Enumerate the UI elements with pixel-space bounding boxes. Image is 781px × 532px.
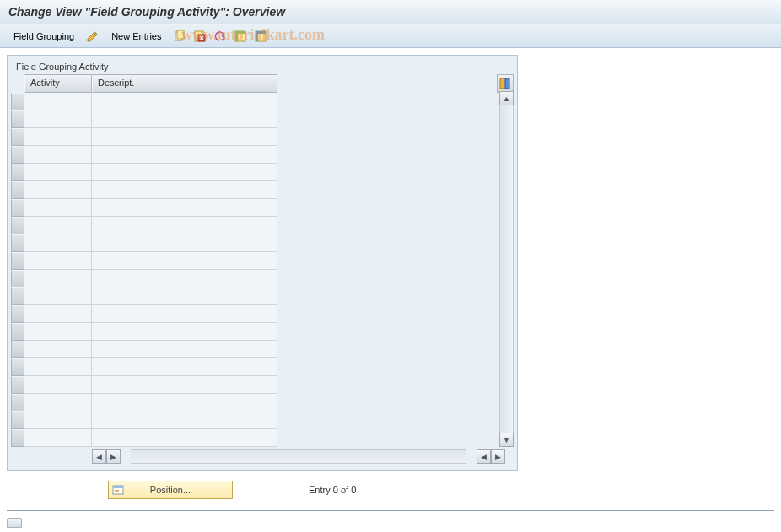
cell-activity[interactable] bbox=[24, 323, 92, 341]
cell-descript[interactable] bbox=[92, 217, 277, 234]
scroll-right-icon[interactable]: ▶ bbox=[106, 449, 121, 464]
cell-descript[interactable] bbox=[92, 429, 277, 447]
table-row bbox=[24, 429, 514, 447]
horizontal-scrollbar[interactable]: ◀ ▶ ◀ ▶ bbox=[92, 449, 505, 464]
cell-descript[interactable] bbox=[92, 287, 277, 305]
row-selector[interactable] bbox=[11, 376, 24, 394]
cell-descript[interactable] bbox=[92, 358, 277, 376]
row-selector[interactable] bbox=[11, 358, 24, 376]
row-selector[interactable] bbox=[11, 234, 24, 252]
scroll-right2-icon[interactable]: ▶ bbox=[491, 449, 505, 464]
table-row bbox=[24, 93, 514, 110]
row-selector[interactable] bbox=[11, 341, 24, 358]
table-container: Field Grouping Activity Activity Descrip… bbox=[7, 55, 518, 471]
cell-activity[interactable] bbox=[24, 287, 92, 305]
cell-descript[interactable] bbox=[92, 93, 277, 110]
row-selector[interactable] bbox=[11, 270, 24, 287]
change-icon[interactable] bbox=[86, 30, 100, 43]
cell-descript[interactable] bbox=[92, 376, 277, 394]
cell-descript[interactable] bbox=[92, 394, 277, 411]
cell-activity[interactable] bbox=[24, 234, 92, 252]
row-selector[interactable] bbox=[11, 146, 24, 164]
cell-descript[interactable] bbox=[92, 323, 277, 341]
cell-activity[interactable] bbox=[24, 429, 92, 447]
select-all-icon[interactable] bbox=[234, 30, 247, 43]
table-row bbox=[24, 358, 514, 376]
table-row bbox=[24, 394, 514, 411]
cell-activity[interactable] bbox=[24, 411, 92, 429]
cell-descript[interactable] bbox=[92, 181, 277, 199]
cell-descript[interactable] bbox=[92, 270, 277, 287]
row-selector[interactable] bbox=[11, 217, 24, 234]
cell-descript[interactable] bbox=[92, 341, 277, 358]
cell-descript[interactable] bbox=[92, 234, 277, 252]
scroll-left2-icon[interactable]: ◀ bbox=[477, 449, 491, 464]
svg-rect-14 bbox=[115, 490, 119, 492]
row-selector[interactable] bbox=[11, 110, 24, 128]
scroll-up-icon[interactable]: ▲ bbox=[499, 91, 514, 105]
row-selector[interactable] bbox=[11, 287, 24, 305]
cell-activity[interactable] bbox=[24, 110, 92, 128]
cell-activity[interactable] bbox=[24, 358, 92, 376]
row-selector[interactable] bbox=[11, 181, 24, 199]
cell-activity[interactable] bbox=[24, 217, 92, 234]
vertical-scrollbar[interactable]: ▲ ▼ bbox=[499, 91, 514, 447]
cell-descript[interactable] bbox=[92, 164, 277, 181]
svg-rect-1 bbox=[177, 30, 184, 39]
cell-descript[interactable] bbox=[92, 411, 277, 429]
field-grouping-button[interactable]: Field Grouping bbox=[8, 30, 79, 43]
position-button-label: Position... bbox=[150, 485, 191, 495]
cell-activity[interactable] bbox=[24, 270, 92, 287]
cell-descript[interactable] bbox=[92, 128, 277, 146]
cell-activity[interactable] bbox=[24, 376, 92, 394]
cell-activity[interactable] bbox=[24, 305, 92, 323]
table-row bbox=[24, 341, 514, 358]
table-row bbox=[24, 252, 514, 270]
row-selector[interactable] bbox=[11, 128, 24, 146]
delete-icon[interactable] bbox=[193, 30, 207, 43]
row-selector[interactable] bbox=[11, 394, 24, 411]
table-settings-icon[interactable] bbox=[497, 74, 514, 93]
row-selector[interactable] bbox=[11, 93, 24, 110]
cell-descript[interactable] bbox=[92, 252, 277, 270]
table-row bbox=[24, 181, 514, 199]
cell-descript[interactable] bbox=[92, 305, 277, 323]
new-entries-button[interactable]: New Entries bbox=[106, 30, 166, 43]
row-selector[interactable] bbox=[11, 323, 24, 341]
cell-activity[interactable] bbox=[24, 252, 92, 270]
undo-icon[interactable] bbox=[213, 30, 227, 43]
cell-activity[interactable] bbox=[24, 341, 92, 358]
cell-descript[interactable] bbox=[92, 146, 277, 164]
scroll-track-vertical[interactable] bbox=[499, 105, 514, 433]
cell-activity[interactable] bbox=[24, 146, 92, 164]
row-selector[interactable] bbox=[11, 411, 24, 429]
table-row bbox=[24, 411, 514, 429]
row-selector[interactable] bbox=[11, 199, 24, 217]
cell-activity[interactable] bbox=[24, 164, 92, 181]
cell-activity[interactable] bbox=[24, 394, 92, 411]
svg-rect-13 bbox=[113, 486, 123, 488]
deselect-all-icon[interactable] bbox=[254, 30, 267, 43]
copy-icon[interactable] bbox=[173, 30, 186, 43]
row-selector[interactable] bbox=[11, 429, 24, 447]
page-title: Change View "Field Grouping Activity": O… bbox=[0, 0, 781, 24]
row-selector[interactable] bbox=[11, 252, 24, 270]
cell-descript[interactable] bbox=[92, 199, 277, 217]
svg-rect-6 bbox=[235, 31, 238, 41]
scroll-track-horizontal[interactable] bbox=[131, 449, 466, 464]
scroll-left-icon[interactable]: ◀ bbox=[92, 449, 106, 464]
cell-activity[interactable] bbox=[24, 93, 92, 110]
scroll-down-icon[interactable]: ▼ bbox=[499, 433, 514, 447]
cell-activity[interactable] bbox=[24, 128, 92, 146]
column-header-activity[interactable]: Activity bbox=[24, 74, 92, 93]
cell-activity[interactable] bbox=[24, 181, 92, 199]
row-selector[interactable] bbox=[11, 164, 24, 181]
svg-rect-11 bbox=[505, 78, 509, 89]
row-selector[interactable] bbox=[11, 305, 24, 323]
column-header-descript[interactable]: Descript. bbox=[92, 74, 277, 93]
position-button[interactable]: Position... bbox=[108, 481, 233, 499]
bottom-tab-icon[interactable] bbox=[7, 518, 22, 528]
application-toolbar: Field Grouping New Entries www.tutorialk… bbox=[0, 24, 781, 48]
cell-descript[interactable] bbox=[92, 110, 277, 128]
cell-activity[interactable] bbox=[24, 199, 92, 217]
